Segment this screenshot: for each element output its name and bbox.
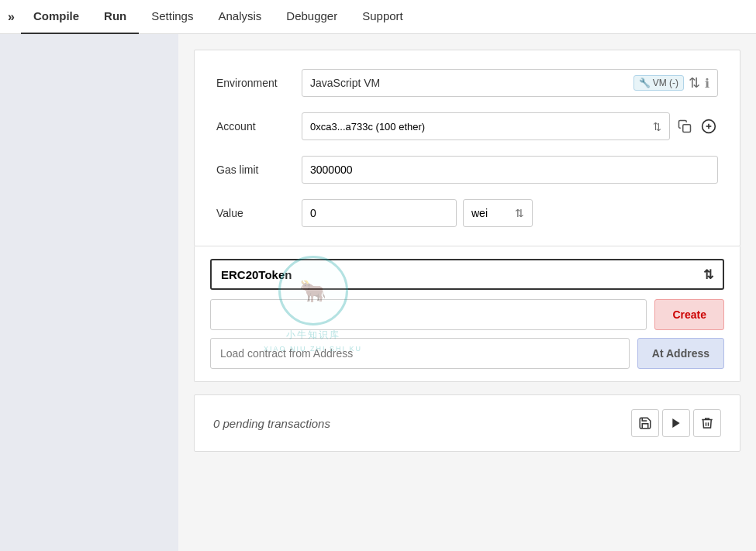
gas-limit-input[interactable] [302,156,718,184]
transaction-actions [631,409,721,437]
tab-analysis[interactable]: Analysis [205,0,274,34]
gas-limit-label: Gas limit [216,164,302,176]
load-address-input[interactable] [210,338,630,369]
delete-tx-button[interactable] [693,409,721,437]
play-tx-button[interactable] [662,409,690,437]
save-tx-button[interactable] [631,409,659,437]
svg-rect-0 [683,125,691,133]
wrench-icon: 🔧 [639,77,651,88]
copy-account-button[interactable] [676,118,693,135]
contract-section: ERC20Token ⇅ Create At Address [194,246,740,382]
account-row: Account 0xca3...a733c (100 ether) ⇅ [216,112,718,140]
wei-value: wei [471,207,488,219]
svg-marker-4 [672,418,679,428]
sidebar [0,34,178,551]
at-address-button[interactable]: At Address [637,338,724,369]
account-value: 0xca3...a733c (100 ether) [310,121,425,133]
value-control: wei ⇅ [302,199,718,227]
wei-select[interactable]: wei ⇅ [463,199,533,227]
account-select[interactable]: 0xca3...a733c (100 ether) ⇅ [302,112,670,140]
add-account-button[interactable] [699,117,718,136]
account-control: 0xca3...a733c (100 ether) ⇅ [302,112,718,140]
account-label: Account [216,120,302,133]
tab-debugger[interactable]: Debugger [274,0,350,34]
gas-limit-row: Gas limit [216,156,718,184]
environment-control: JavaScript VM 🔧 VM (-) ⇅ ℹ [302,69,718,97]
tab-compile[interactable]: Compile [21,0,91,34]
nav-chevron-icon: » [8,10,15,24]
contract-selector[interactable]: ERC20Token ⇅ [210,259,724,290]
environment-row: Environment JavaScript VM 🔧 VM (-) ⇅ ℹ [216,69,718,97]
contract-selected-name: ERC20Token [221,268,292,281]
deploy-row: Create [210,299,724,330]
value-row: Value wei ⇅ [216,199,718,227]
env-arrow-icon[interactable]: ⇅ [689,74,700,91]
wei-arrow-icon: ⇅ [515,207,524,219]
account-arrow-icon: ⇅ [653,121,661,133]
env-right-controls: 🔧 VM (-) ⇅ ℹ [633,74,709,91]
tab-settings[interactable]: Settings [139,0,205,34]
vm-badge-text: VM (-) [653,77,678,88]
vm-badge: 🔧 VM (-) [633,75,684,91]
environment-value: JavaScript VM [310,77,380,89]
contract-select-row: ERC20Token ⇅ [210,259,724,290]
value-label: Value [216,207,302,219]
gas-limit-control [302,156,718,184]
contract-arrow-icon: ⇅ [703,267,713,282]
value-input[interactable] [302,199,457,227]
transactions-section: 0 pending transactions [194,394,740,452]
environment-label: Environment [216,77,302,89]
pending-transactions-text: 0 pending transactions [213,417,330,430]
address-row: At Address [210,338,724,369]
run-form-section: Environment JavaScript VM 🔧 VM (-) ⇅ ℹ [194,50,740,246]
deploy-input[interactable] [210,299,647,330]
content-area: Environment JavaScript VM 🔧 VM (-) ⇅ ℹ [178,34,756,551]
create-button[interactable]: Create [654,299,724,330]
top-nav: » Compile Run Settings Analysis Debugger… [0,0,756,34]
info-icon[interactable]: ℹ [705,76,709,91]
tab-support[interactable]: Support [350,0,416,34]
environment-display[interactable]: JavaScript VM 🔧 VM (-) ⇅ ℹ [302,69,718,97]
tab-run[interactable]: Run [91,0,139,34]
